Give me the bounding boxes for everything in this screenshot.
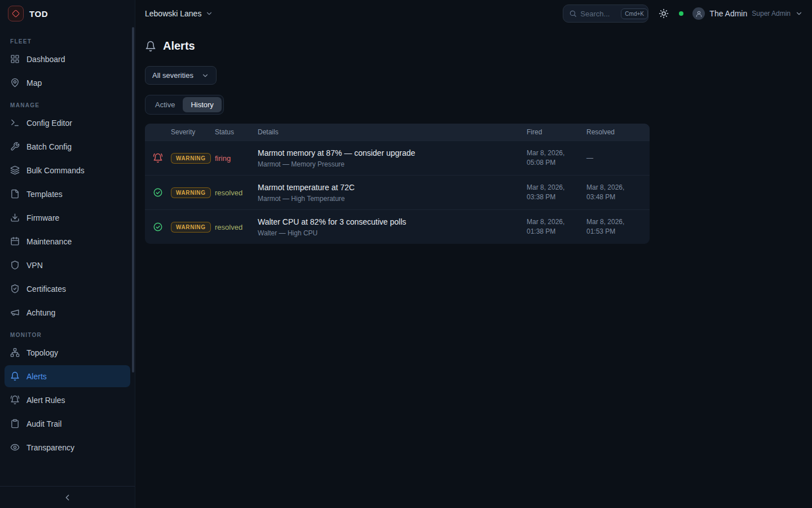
- alerts-tabs: Active History: [145, 95, 224, 115]
- tab-history[interactable]: History: [183, 97, 221, 112]
- alert-resolved-time: Mar 8, 2026, 03:48 PM: [586, 183, 650, 202]
- col-status: Status: [215, 128, 258, 136]
- search-shortcut-badge: Cmd+K: [621, 8, 648, 19]
- tab-active[interactable]: Active: [147, 97, 183, 112]
- sidebar-item-label: Alert Rules: [27, 396, 65, 405]
- eye-icon: [10, 443, 20, 452]
- sun-icon: [659, 8, 669, 19]
- sidebar-item-firmware[interactable]: Firmware: [5, 207, 130, 229]
- sidebar-item-label: Templates: [27, 190, 63, 199]
- col-details: Details: [258, 128, 527, 136]
- file-icon: [10, 189, 20, 199]
- topbar: Lebowski Lanes Cmd+K The Admin Super Adm…: [135, 0, 812, 27]
- connection-status-dot: [679, 11, 683, 16]
- sidebar-item-alert-rules[interactable]: Alert Rules: [5, 389, 130, 411]
- sidebar-item-vpn[interactable]: VPN: [5, 254, 130, 276]
- alert-subtitle: Walter — High CPU: [258, 229, 527, 237]
- alert-subtitle: Marmot — Memory Pressure: [258, 160, 527, 168]
- sidebar-item-transparency[interactable]: Transparency: [5, 436, 130, 458]
- table-row[interactable]: WARNING resolved Walter CPU at 82% for 3…: [145, 209, 650, 244]
- table-row[interactable]: WARNING firing Marmot memory at 87% — co…: [145, 141, 650, 175]
- bell-ring-icon: [10, 395, 20, 405]
- sidebar-item-label: Bulk Commands: [27, 166, 85, 175]
- severity-filter-value: All severities: [152, 71, 193, 80]
- main-column: Lebowski Lanes Cmd+K The Admin Super Adm…: [135, 0, 812, 508]
- sidebar-item-alerts[interactable]: Alerts: [5, 365, 130, 387]
- shield-check-icon: [10, 284, 20, 294]
- sidebar-item-certificates[interactable]: Certificates: [5, 278, 130, 300]
- sidebar: TOD FLEET Dashboard Map MANAGE Config Ed…: [0, 0, 135, 508]
- alert-title: Walter CPU at 82% for 3 consecutive poll…: [258, 217, 527, 226]
- col-severity: Severity: [171, 128, 215, 136]
- table-header: Severity Status Details Fired Resolved: [145, 124, 650, 141]
- bell-icon: [145, 41, 156, 52]
- alert-resolved-time: —: [586, 154, 650, 163]
- terminal-icon: [10, 118, 20, 128]
- sidebar-item-label: Maintenance: [27, 237, 72, 246]
- sidebar-footer: [0, 486, 135, 508]
- sidebar-item-label: Map: [27, 78, 42, 87]
- org-switcher[interactable]: Lebowski Lanes: [145, 9, 213, 18]
- sidebar-item-topology[interactable]: Topology: [5, 341, 130, 364]
- page-header: Alerts: [145, 40, 798, 52]
- alert-title: Marmot temperature at 72C: [258, 183, 527, 192]
- alert-fired-time: Mar 8, 2026, 05:08 PM: [527, 148, 586, 168]
- sidebar-item-label: VPN: [27, 261, 43, 270]
- sidebar-item-label: Certificates: [27, 284, 66, 294]
- alert-status: resolved: [215, 189, 258, 197]
- sidebar-item-label: Alerts: [27, 372, 47, 381]
- check-circle-icon: [153, 187, 163, 198]
- alert-resolved-time: Mar 8, 2026, 01:53 PM: [586, 217, 650, 237]
- check-circle-icon: [153, 222, 163, 232]
- sidebar-item-batch-config[interactable]: Batch Config: [5, 135, 130, 157]
- table-row[interactable]: WARNING resolved Marmot temperature at 7…: [145, 175, 650, 209]
- alert-status: resolved: [215, 223, 258, 231]
- search-icon: [569, 10, 577, 17]
- chevron-left-icon: [63, 493, 72, 502]
- user-menu[interactable]: The Admin Super Admin: [692, 7, 803, 20]
- layout-grid-icon: [10, 54, 20, 64]
- alert-fired-time: Mar 8, 2026, 01:38 PM: [527, 217, 586, 237]
- bell-icon: [10, 371, 20, 381]
- sidebar-item-templates[interactable]: Templates: [5, 183, 130, 205]
- severity-filter-select[interactable]: All severities: [145, 66, 217, 85]
- sidebar-nav: FLEET Dashboard Map MANAGE Config Editor…: [0, 27, 135, 486]
- map-pin-icon: [10, 78, 20, 87]
- sidebar-item-label: Config Editor: [27, 119, 72, 128]
- sidebar-item-maintenance[interactable]: Maintenance: [5, 230, 130, 252]
- severity-badge: WARNING: [171, 187, 211, 198]
- sidebar-item-audit-trail[interactable]: Audit Trail: [5, 413, 130, 435]
- sidebar-item-label: Achtung: [27, 308, 55, 317]
- diamond-logo-icon: [12, 10, 20, 17]
- severity-badge: WARNING: [171, 153, 211, 164]
- sidebar-item-label: Batch Config: [27, 142, 72, 151]
- sidebar-item-config-editor[interactable]: Config Editor: [5, 112, 130, 134]
- sidebar-item-label: Audit Trail: [27, 419, 61, 428]
- sidebar-item-bulk-commands[interactable]: Bulk Commands: [5, 159, 130, 181]
- wrench-icon: [10, 142, 20, 151]
- alerts-table: Severity Status Details Fired Resolved W…: [145, 124, 650, 244]
- alert-subtitle: Marmot — High Temperature: [258, 195, 527, 203]
- app-logo-icon: [8, 6, 24, 21]
- shield-icon: [10, 260, 20, 270]
- network-icon: [10, 348, 20, 357]
- user-name: The Admin: [709, 9, 747, 18]
- sidebar-item-label: Firmware: [27, 213, 59, 222]
- user-icon: [695, 10, 703, 17]
- sidebar-item-achtung[interactable]: Achtung: [5, 301, 130, 323]
- sidebar-item-map[interactable]: Map: [5, 72, 130, 94]
- search-box[interactable]: Cmd+K: [563, 5, 648, 23]
- sidebar-collapse-button[interactable]: [59, 489, 76, 506]
- sidebar-item-dashboard[interactable]: Dashboard: [5, 48, 130, 70]
- search-input[interactable]: [580, 10, 617, 18]
- avatar: [692, 7, 705, 20]
- filter-row: All severities: [145, 66, 798, 85]
- section-label-fleet: FLEET: [5, 32, 130, 48]
- severity-badge: WARNING: [171, 222, 211, 233]
- theme-toggle-button[interactable]: [657, 7, 670, 20]
- clipboard-icon: [10, 419, 20, 428]
- sidebar-item-label: Topology: [27, 348, 58, 357]
- sidebar-scrollbar[interactable]: [132, 27, 134, 373]
- layers-icon: [10, 165, 20, 175]
- main-content: Alerts All severities Active History Sev…: [135, 27, 812, 508]
